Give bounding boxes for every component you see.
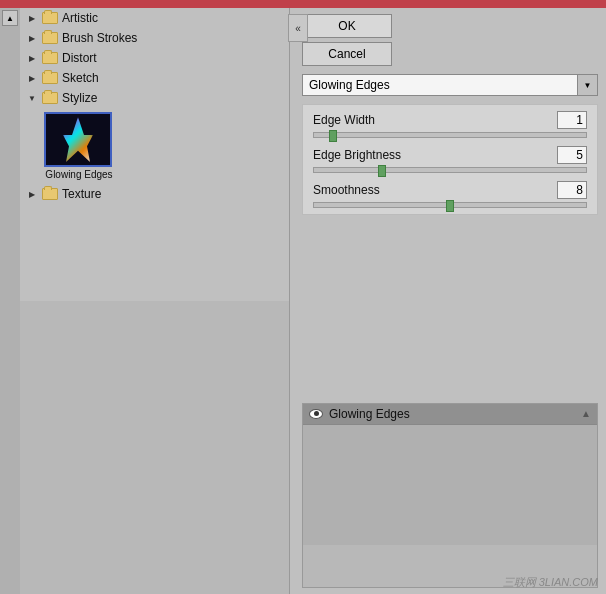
- thumbnail-label-glowing-edges: Glowing Edges: [44, 169, 114, 180]
- filter-dropdown-row: Glowing Edges ▼: [302, 74, 598, 96]
- filter-label-distort: Distort: [62, 51, 97, 65]
- expand-arrow-texture: ▶: [26, 188, 38, 200]
- filter-section-stylize: ▼ Stylize Glowing Edges: [20, 88, 289, 184]
- filter-label-sketch: Sketch: [62, 71, 99, 85]
- edge-brightness-value[interactable]: [557, 146, 587, 164]
- smoothness-thumb[interactable]: [446, 200, 454, 212]
- collapse-button[interactable]: «: [288, 14, 308, 42]
- folder-icon-artistic: [42, 12, 58, 24]
- effects-panel-title: Glowing Edges: [329, 407, 410, 421]
- folder-icon-brush: [42, 32, 58, 44]
- button-column: OK Cancel: [302, 14, 392, 66]
- filter-item-sketch[interactable]: ▶ Sketch: [20, 68, 289, 88]
- visibility-eye-icon[interactable]: [309, 409, 323, 419]
- effects-header: Glowing Edges ▲: [303, 404, 597, 425]
- thumbnail-glowing-edges[interactable]: Glowing Edges: [44, 112, 114, 180]
- filter-item-brush-strokes[interactable]: ▶ Brush Strokes: [20, 28, 289, 48]
- folder-icon-distort: [42, 52, 58, 64]
- edge-width-label: Edge Width: [313, 113, 375, 127]
- filter-item-texture[interactable]: ▶ Texture: [20, 184, 289, 204]
- cancel-button[interactable]: Cancel: [302, 42, 392, 66]
- slider-row-smoothness: Smoothness: [313, 181, 587, 208]
- left-scrollbar: ▲: [0, 8, 20, 594]
- top-bar: [0, 0, 606, 8]
- expand-arrow-artistic: ▶: [26, 12, 38, 24]
- thumbnail-container: Glowing Edges: [20, 108, 289, 184]
- folder-icon-texture: [42, 188, 58, 200]
- filter-label-texture: Texture: [62, 187, 101, 201]
- expand-arrow-sketch: ▶: [26, 72, 38, 84]
- edge-width-value[interactable]: [557, 111, 587, 129]
- thumbnail-image-glowing-edges: [44, 112, 112, 167]
- filter-select[interactable]: Glowing Edges: [302, 74, 578, 96]
- filter-list: ▶ Artistic ▶ Brush Strokes ▶ Distort ▶ S…: [20, 8, 289, 301]
- ok-button[interactable]: OK: [302, 14, 392, 38]
- smoothness-track[interactable]: [313, 202, 587, 208]
- effects-panel: Glowing Edges ▲: [302, 403, 598, 589]
- folder-icon-stylize: [42, 92, 58, 104]
- filter-label-artistic: Artistic: [62, 11, 98, 25]
- folder-icon-sketch: [42, 72, 58, 84]
- dropdown-arrow[interactable]: ▼: [578, 74, 598, 96]
- smoothness-label: Smoothness: [313, 183, 380, 197]
- sliders-section: Edge Width Edge Brightness: [302, 104, 598, 215]
- filter-item-distort[interactable]: ▶ Distort: [20, 48, 289, 68]
- filter-label-brush: Brush Strokes: [62, 31, 137, 45]
- expand-arrow-distort: ▶: [26, 52, 38, 64]
- filter-label-stylize: Stylize: [62, 91, 97, 105]
- filter-item-stylize[interactable]: ▼ Stylize: [20, 88, 289, 108]
- glow-effect-preview: [46, 114, 110, 165]
- edge-width-thumb[interactable]: [329, 130, 337, 142]
- eye-pupil: [314, 411, 319, 416]
- watermark: 三联网 3LIAN.COM: [503, 575, 598, 590]
- scroll-up-arrow[interactable]: ▲: [2, 10, 18, 26]
- edge-brightness-track[interactable]: [313, 167, 587, 173]
- effects-scroll-arrow[interactable]: ▲: [581, 408, 591, 419]
- edge-brightness-label: Edge Brightness: [313, 148, 401, 162]
- filter-panel-bottom: [20, 301, 289, 594]
- edge-brightness-thumb[interactable]: [378, 165, 386, 177]
- slider-row-edge-width: Edge Width: [313, 111, 587, 138]
- filter-panel: ▶ Artistic ▶ Brush Strokes ▶ Distort ▶ S…: [20, 8, 290, 594]
- effects-body: [303, 425, 597, 545]
- smoothness-value[interactable]: [557, 181, 587, 199]
- expand-arrow-brush: ▶: [26, 32, 38, 44]
- expand-arrow-stylize: ▼: [26, 92, 38, 104]
- edge-width-track[interactable]: [313, 132, 587, 138]
- filter-item-artistic[interactable]: ▶ Artistic: [20, 8, 289, 28]
- slider-row-edge-brightness: Edge Brightness: [313, 146, 587, 173]
